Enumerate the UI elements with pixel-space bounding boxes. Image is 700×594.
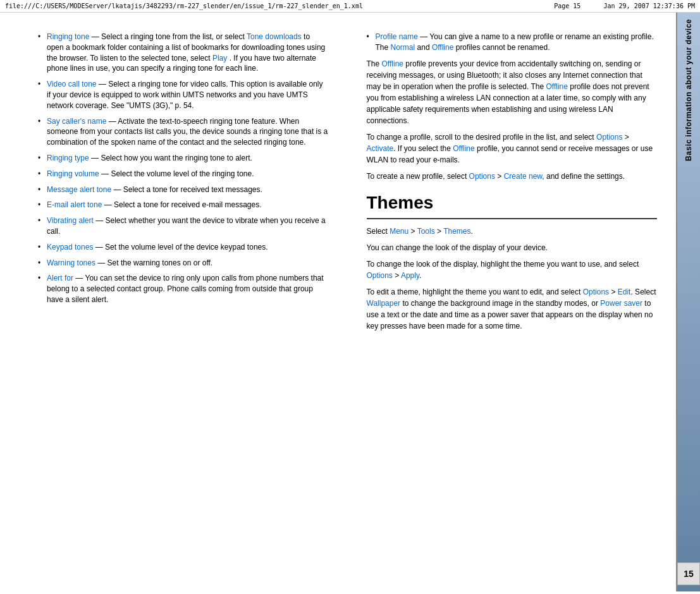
- wallpaper-link[interactable]: Wallpaper: [367, 299, 401, 308]
- page-number: 15: [677, 562, 700, 585]
- themes-link[interactable]: Themes: [443, 227, 470, 236]
- normal-link[interactable]: Normal: [391, 43, 415, 52]
- create-profile-para: To create a new profile, select Options …: [367, 171, 658, 182]
- offline-link3[interactable]: Offline: [546, 82, 567, 91]
- options-apply-link[interactable]: Options: [367, 271, 393, 280]
- message-alert-tone-link[interactable]: Message alert tone: [47, 185, 111, 194]
- tone-downloads-link[interactable]: Tone downloads: [247, 32, 302, 41]
- create-new-link[interactable]: Create new: [504, 172, 543, 181]
- options-activate-link[interactable]: Options: [596, 133, 622, 142]
- left-column: Ringing tone — Select a ringing tone fro…: [38, 32, 341, 579]
- list-item-say-callers-name: Say caller's name — Activate the text-to…: [38, 116, 329, 148]
- list-item-ringing-tone: Ringing tone — Select a ringing tone fro…: [38, 32, 329, 74]
- list-item-ringing-type: Ringing type — Select how you want the r…: [38, 153, 329, 164]
- offline-link1[interactable]: Offline: [432, 43, 453, 52]
- say-callers-name-link[interactable]: Say caller's name: [47, 117, 106, 126]
- keypad-tones-link[interactable]: Keypad tones: [47, 243, 93, 252]
- list-item-video-call-tone: Video call tone — Select a ringing tone …: [38, 79, 329, 111]
- tools-link[interactable]: Tools: [417, 227, 435, 236]
- profile-name-link[interactable]: Profile name: [376, 32, 418, 41]
- warning-tones-link[interactable]: Warning tones: [47, 258, 95, 267]
- alert-for-link[interactable]: Alert for: [47, 274, 73, 282]
- ringing-tone-link[interactable]: Ringing tone: [47, 32, 89, 41]
- file-path: file:///C:/USERS/MODEServer/lkatajis/348…: [5, 3, 363, 9]
- offline-link4[interactable]: Offline: [453, 144, 474, 153]
- list-item-keypad-tones: Keypad tones — Set the volume level of t…: [38, 242, 329, 253]
- list-item-warning-tones: Warning tones — Set the warning tones on…: [38, 258, 329, 269]
- vibrating-alert-link[interactable]: Vibrating alert: [47, 216, 94, 225]
- apply-link[interactable]: Apply: [401, 271, 419, 280]
- page-wrapper: Ringing tone — Select a ringing tone fro…: [0, 13, 700, 591]
- right-list: Profile name — You can give a name to a …: [367, 32, 658, 53]
- themes-desc-para: You can change the look of the display o…: [367, 242, 658, 253]
- left-list: Ringing tone — Select a ringing tone fro…: [38, 32, 329, 305]
- themes-edit-para: To edit a theme, highlight the theme you…: [367, 286, 658, 332]
- themes-divider: [367, 218, 658, 219]
- sidebar: Basic information about your device 15: [676, 13, 700, 591]
- edit-link[interactable]: Edit: [618, 288, 631, 296]
- list-item-alert-for: Alert for — You can set the device to ri…: [38, 273, 329, 305]
- list-item-profile-name: Profile name — You can give a name to a …: [367, 32, 658, 53]
- offline-description: The Offline profile prevents your device…: [367, 58, 658, 126]
- right-column: Profile name — You can give a name to a …: [360, 32, 658, 579]
- page-info: Page 15 Jan 29, 2007 12:37:36 PM: [554, 3, 695, 9]
- ringing-volume-link[interactable]: Ringing volume: [47, 169, 99, 178]
- play-link[interactable]: Play: [212, 54, 227, 63]
- main-content: Ringing tone — Select a ringing tone fro…: [0, 13, 676, 591]
- options-edit-link[interactable]: Options: [583, 288, 609, 296]
- themes-change-para: To change the look of the display, highl…: [367, 258, 658, 281]
- activate-link[interactable]: Activate: [367, 144, 394, 153]
- email-alert-tone-link[interactable]: E-mail alert tone: [47, 200, 102, 209]
- list-item-message-alert-tone: Message alert tone — Select a tone for r…: [38, 185, 329, 195]
- list-item-vibrating-alert: Vibrating alert — Select whether you wan…: [38, 215, 329, 237]
- sidebar-label: Basic information about your device: [684, 19, 693, 161]
- top-bar: file:///C:/USERS/MODEServer/lkatajis/348…: [0, 0, 700, 13]
- ringing-type-link[interactable]: Ringing type: [47, 154, 89, 162]
- list-item-ringing-volume: Ringing volume — Select the volume level…: [38, 169, 329, 179]
- video-call-tone-link[interactable]: Video call tone: [47, 80, 97, 88]
- themes-select-para: Select Menu > Tools > Themes.: [367, 226, 658, 237]
- offline-link2[interactable]: Offline: [382, 59, 403, 68]
- power-saver-link[interactable]: Power saver: [600, 299, 642, 308]
- options-create-link[interactable]: Options: [469, 172, 495, 181]
- change-profile-para: To change a profile, scroll to the desir…: [367, 131, 658, 166]
- list-item-email-alert-tone: E-mail alert tone — Select a tone for re…: [38, 200, 329, 210]
- menu-link[interactable]: Menu: [390, 227, 408, 236]
- themes-heading: Themes: [367, 192, 658, 214]
